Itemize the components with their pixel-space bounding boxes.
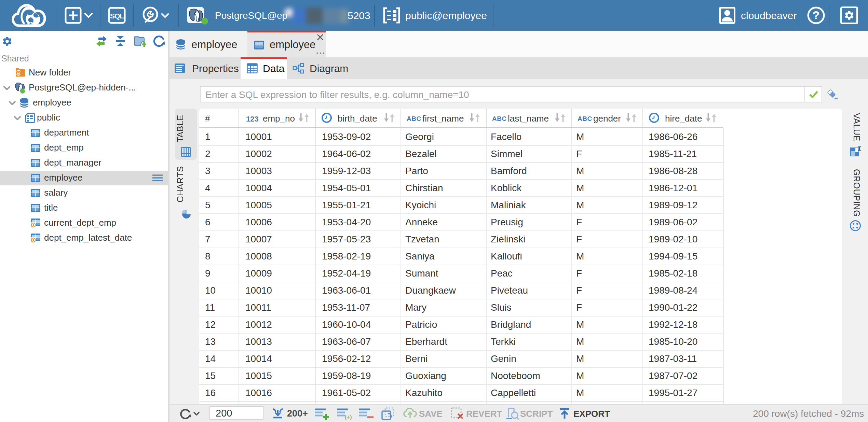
svg-text:?: ? [813,9,820,22]
svg-text:SQL: SQL [110,12,124,20]
svg-text:(+): (+) [344,414,352,420]
